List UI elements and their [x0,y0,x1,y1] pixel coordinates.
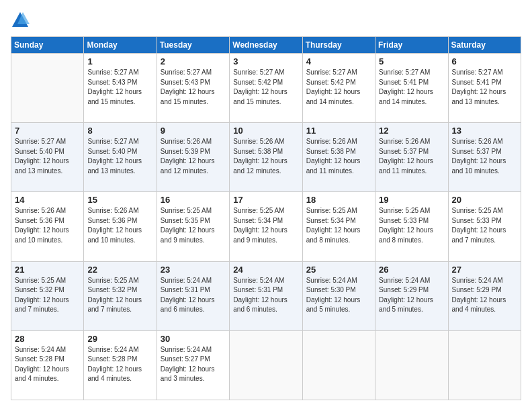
day-number: 17 [233,195,298,205]
day-number: 12 [379,126,444,136]
sunset-text: Sunset: 5:32 PM [87,286,137,293]
sunrise-text: Sunrise: 5:24 AM [87,346,138,353]
day-info: Sunrise: 5:27 AMSunset: 5:42 PMDaylight:… [306,68,371,107]
day-number: 22 [87,265,152,275]
daylight-text: Daylight: 12 hours and 4 minutes. [452,296,506,314]
daylight-text: Daylight: 12 hours and 13 minutes. [15,157,69,175]
sunset-text: Sunset: 5:41 PM [379,79,429,86]
day-info: Sunrise: 5:25 AMSunset: 5:34 PMDaylight:… [306,206,371,245]
day-header-sunday: Sunday [11,37,84,54]
day-number: 11 [306,126,371,136]
logo-icon [11,11,30,30]
sunrise-text: Sunrise: 5:27 AM [15,138,66,145]
sunrise-text: Sunrise: 5:27 AM [306,68,357,76]
daylight-text: Daylight: 12 hours and 13 minutes. [452,88,506,105]
sunset-text: Sunset: 5:33 PM [379,217,429,224]
sunrise-text: Sunrise: 5:25 AM [161,207,212,214]
daylight-text: Daylight: 12 hours and 10 minutes. [452,157,506,175]
daylight-text: Daylight: 12 hours and 8 minutes. [379,226,433,244]
daylight-text: Daylight: 12 hours and 11 minutes. [379,157,433,175]
day-info: Sunrise: 5:27 AMSunset: 5:42 PMDaylight:… [233,68,298,107]
calendar-cell [230,330,302,400]
calendar-cell [375,330,448,400]
calendar-cell: 21Sunrise: 5:25 AMSunset: 5:32 PMDayligh… [11,261,84,330]
daylight-text: Daylight: 12 hours and 10 minutes. [15,226,69,244]
daylight-text: Daylight: 12 hours and 11 minutes. [306,157,361,175]
daylight-text: Daylight: 12 hours and 9 minutes. [161,226,215,244]
sunset-text: Sunset: 5:36 PM [15,217,64,224]
day-info: Sunrise: 5:24 AMSunset: 5:28 PMDaylight:… [15,345,80,384]
sunset-text: Sunset: 5:42 PM [306,79,356,86]
sunrise-text: Sunrise: 5:25 AM [306,207,357,214]
sunset-text: Sunset: 5:34 PM [233,217,283,224]
day-number: 14 [15,195,80,205]
calendar-cell: 30Sunrise: 5:24 AMSunset: 5:27 PMDayligh… [157,330,229,400]
sunset-text: Sunset: 5:38 PM [306,148,356,155]
sunrise-text: Sunrise: 5:26 AM [15,207,66,214]
sunrise-text: Sunrise: 5:24 AM [161,346,212,353]
day-info: Sunrise: 5:25 AMSunset: 5:32 PMDaylight:… [87,276,152,315]
day-header-friday: Friday [375,37,448,54]
sunset-text: Sunset: 5:43 PM [161,79,210,86]
calendar-cell: 29Sunrise: 5:24 AMSunset: 5:28 PMDayligh… [84,330,157,400]
day-info: Sunrise: 5:24 AMSunset: 5:31 PMDaylight:… [233,276,298,315]
day-header-thursday: Thursday [302,37,375,54]
calendar-cell: 15Sunrise: 5:26 AMSunset: 5:36 PMDayligh… [84,192,157,261]
calendar-cell: 20Sunrise: 5:25 AMSunset: 5:33 PMDayligh… [448,192,521,261]
day-info: Sunrise: 5:24 AMSunset: 5:29 PMDaylight:… [379,276,444,315]
sunset-text: Sunset: 5:39 PM [161,148,210,155]
calendar-cell: 16Sunrise: 5:25 AMSunset: 5:35 PMDayligh… [157,192,229,261]
sunset-text: Sunset: 5:43 PM [87,79,137,86]
sunset-text: Sunset: 5:33 PM [452,217,502,224]
day-number: 19 [379,195,444,205]
sunset-text: Sunset: 5:32 PM [15,286,64,293]
day-number: 28 [15,334,80,344]
sunrise-text: Sunrise: 5:24 AM [233,277,284,284]
sunrise-text: Sunrise: 5:25 AM [379,207,430,214]
sunrise-text: Sunrise: 5:24 AM [161,277,212,284]
sunset-text: Sunset: 5:35 PM [161,217,210,224]
calendar-cell: 13Sunrise: 5:26 AMSunset: 5:37 PMDayligh… [448,123,521,192]
day-info: Sunrise: 5:27 AMSunset: 5:40 PMDaylight:… [15,137,80,176]
day-number: 23 [161,265,226,275]
sunrise-text: Sunrise: 5:26 AM [161,138,212,145]
daylight-text: Daylight: 12 hours and 4 minutes. [87,365,142,383]
day-info: Sunrise: 5:26 AMSunset: 5:39 PMDaylight:… [161,137,226,176]
sunset-text: Sunset: 5:37 PM [379,148,429,155]
day-header-monday: Monday [84,37,157,54]
day-info: Sunrise: 5:27 AMSunset: 5:40 PMDaylight:… [87,137,152,176]
calendar-cell: 19Sunrise: 5:25 AMSunset: 5:33 PMDayligh… [375,192,448,261]
day-info: Sunrise: 5:24 AMSunset: 5:27 PMDaylight:… [161,345,226,384]
day-number: 30 [161,334,226,344]
sunset-text: Sunset: 5:27 PM [161,355,210,363]
sunset-text: Sunset: 5:38 PM [233,148,283,155]
sunrise-text: Sunrise: 5:27 AM [379,68,430,76]
calendar-cell: 23Sunrise: 5:24 AMSunset: 5:31 PMDayligh… [157,261,229,330]
calendar-cell: 18Sunrise: 5:25 AMSunset: 5:34 PMDayligh… [302,192,375,261]
daylight-text: Daylight: 12 hours and 15 minutes. [161,88,215,105]
day-info: Sunrise: 5:26 AMSunset: 5:37 PMDaylight:… [452,137,517,176]
sunrise-text: Sunrise: 5:27 AM [87,68,138,76]
sunset-text: Sunset: 5:31 PM [233,286,283,293]
day-info: Sunrise: 5:26 AMSunset: 5:37 PMDaylight:… [379,137,444,176]
day-number: 25 [306,265,371,275]
daylight-text: Daylight: 12 hours and 14 minutes. [379,88,433,105]
daylight-text: Daylight: 12 hours and 6 minutes. [161,296,215,314]
day-number: 18 [306,195,371,205]
calendar-cell: 4Sunrise: 5:27 AMSunset: 5:42 PMDaylight… [302,54,375,123]
day-info: Sunrise: 5:26 AMSunset: 5:36 PMDaylight:… [87,206,152,245]
sunset-text: Sunset: 5:41 PM [452,79,502,86]
sunset-text: Sunset: 5:36 PM [87,217,137,224]
sunset-text: Sunset: 5:40 PM [87,148,137,155]
daylight-text: Daylight: 12 hours and 15 minutes. [87,88,142,105]
day-info: Sunrise: 5:27 AMSunset: 5:43 PMDaylight:… [87,68,152,107]
sunrise-text: Sunrise: 5:24 AM [15,346,66,353]
day-info: Sunrise: 5:24 AMSunset: 5:28 PMDaylight:… [87,345,152,384]
sunrise-text: Sunrise: 5:27 AM [87,138,138,145]
calendar-cell: 14Sunrise: 5:26 AMSunset: 5:36 PMDayligh… [11,192,84,261]
calendar-cell: 2Sunrise: 5:27 AMSunset: 5:43 PMDaylight… [157,54,229,123]
day-info: Sunrise: 5:25 AMSunset: 5:33 PMDaylight:… [379,206,444,245]
day-number: 4 [306,56,371,66]
calendar: SundayMondayTuesdayWednesdayThursdayFrid… [11,36,521,400]
sunrise-text: Sunrise: 5:24 AM [452,277,503,284]
